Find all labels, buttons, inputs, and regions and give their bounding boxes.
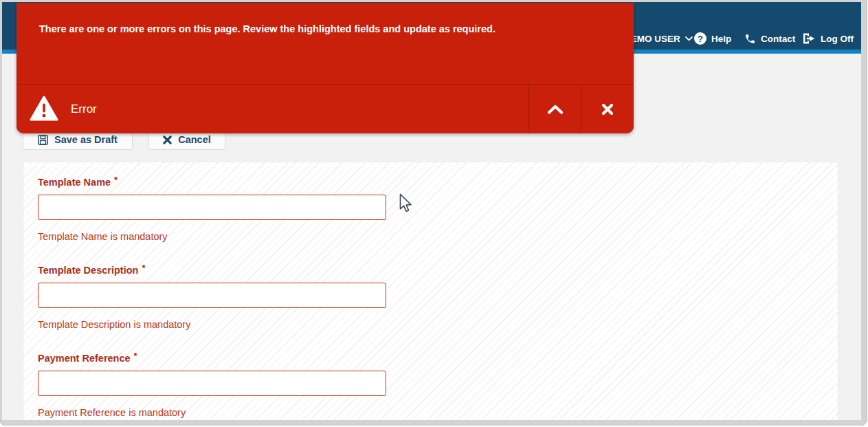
logoff-label: Log Off [821,34,854,44]
field-error-message: Template Name is mandatory [38,231,838,243]
chevron-up-icon [547,105,564,114]
warning-triangle-icon [30,96,58,122]
template-description-field-group: Template Description* Template Descripti… [38,262,838,331]
logoff-icon [803,33,816,44]
required-asterisk: * [142,263,145,273]
error-message-text: There are one or more errors on this pag… [39,22,603,36]
error-collapse-button[interactable] [528,85,581,133]
error-notification-panel: There are one or more errors on this pag… [16,3,634,133]
chevron-down-icon [685,36,693,41]
payment-reference-field-group: Payment Reference* Payment Reference is … [38,350,838,419]
help-label: Help [711,34,731,44]
contact-label: Contact [761,34,795,44]
error-panel-footer: Error [16,84,634,133]
user-menu[interactable]: DEMO USER [624,31,693,46]
template-name-input[interactable] [38,195,386,220]
error-panel-title: Error [71,85,97,133]
cancel-label: Cancel [178,134,211,145]
save-icon [38,135,48,145]
payment-reference-input[interactable] [38,371,386,396]
template-form-panel: Template Name* Template Name is mandator… [23,162,838,420]
help-icon: ? [694,32,706,45]
close-x-icon [601,103,614,116]
error-close-button[interactable] [581,85,634,133]
help-menu-item[interactable]: ? Help [694,31,731,46]
template-description-input[interactable] [38,283,386,308]
field-error-message: Payment Reference is mandatory [38,407,838,419]
cancel-x-icon [163,135,172,144]
logoff-menu-item[interactable]: Log Off [803,31,854,46]
contact-menu-item[interactable]: Contact [744,31,795,46]
required-asterisk: * [114,175,118,185]
page-content: DEMO USER ? Help Contact Log [2,2,861,420]
template-name-field-group: Template Name* Template Name is mandator… [38,174,838,243]
required-asterisk: * [134,351,137,361]
save-as-draft-label: Save as Draft [54,134,118,145]
phone-icon [744,33,756,45]
field-error-message: Template Description is mandatory [38,319,838,331]
app-window: DEMO USER ? Help Contact Log [0,0,867,426]
